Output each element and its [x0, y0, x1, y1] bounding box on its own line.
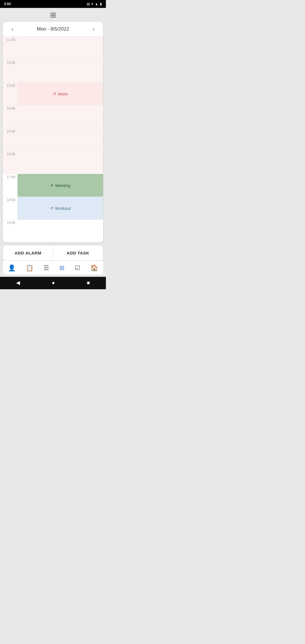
day-title: Mon - 9/5/2022 — [37, 26, 69, 32]
add-task-button[interactable]: ADD TASK — [53, 245, 103, 261]
hour-content-17: ✦ Meeting — [18, 174, 103, 197]
hour-content-14 — [18, 105, 103, 128]
hour-content-11 — [18, 37, 103, 59]
wifi-icon: ▾ — [91, 2, 93, 6]
hour-label-15: 15:00 — [3, 128, 18, 133]
workout-event-icon: ↺ — [50, 206, 53, 210]
meeting-event-icon: ✦ — [50, 183, 54, 188]
hour-label-19: 19:00 — [3, 220, 18, 225]
hour-row-18: 18:00 ↺ Workout — [3, 197, 103, 219]
battery-icon: ▮ — [100, 2, 102, 6]
main-card: ‹ Mon - 9/5/2022 › 11:00 12:00 13:00 ↺ W… — [3, 22, 103, 242]
status-time: 3:53 — [4, 2, 11, 6]
top-bar: ⊞ — [0, 8, 106, 22]
hour-content-19 — [18, 220, 103, 242]
event-work[interactable]: ↺ Work — [18, 82, 103, 105]
profile-icon: 👤 — [8, 264, 16, 272]
hour-row-17: 17:00 ✦ Meeting — [3, 174, 103, 197]
list-icon: ☰ — [43, 264, 49, 272]
android-home-button[interactable]: ● — [52, 280, 55, 286]
next-day-button[interactable]: › — [89, 26, 98, 32]
sim-icon: ▤ — [87, 2, 90, 6]
status-bar: 3:53 ▤ ▾ ▲ ▮ — [0, 0, 106, 8]
bottom-nav: 👤 📋 ☰ ⊞ ☑ 🏠 — [3, 261, 103, 275]
timeline: 11:00 12:00 13:00 ↺ Work 14:00 15:00 — [3, 36, 103, 242]
hour-row-15: 15:00 — [3, 128, 103, 151]
workout-event-label: Workout — [55, 206, 71, 211]
day-header: ‹ Mon - 9/5/2022 › — [3, 22, 103, 36]
prev-day-button[interactable]: ‹ — [8, 26, 17, 32]
event-workout[interactable]: ↺ Workout — [18, 197, 103, 219]
hour-row-14: 14:00 — [3, 105, 103, 128]
hour-label-14: 14:00 — [3, 105, 18, 110]
hour-content-16 — [18, 151, 103, 174]
nav-item-home[interactable]: 🏠 — [88, 264, 100, 272]
home-icon: 🏠 — [90, 264, 98, 272]
nav-item-tasks-list[interactable]: 📋 — [23, 264, 36, 272]
nav-item-list[interactable]: ☰ — [41, 264, 51, 272]
bottom-buttons: ADD ALARM ADD TASK — [3, 245, 103, 261]
nav-item-profile[interactable]: 👤 — [6, 264, 18, 272]
android-back-button[interactable]: ◀ — [16, 280, 20, 286]
hour-label-13: 13:00 — [3, 82, 18, 88]
hour-label-17: 17:00 — [3, 174, 18, 179]
signal-icon: ▲ — [95, 2, 98, 6]
hour-label-12: 12:00 — [3, 60, 18, 65]
calendar-month-icon: ⊞ — [59, 264, 64, 272]
nav-item-calendar-check[interactable]: ☑ — [72, 264, 82, 272]
work-event-icon: ↺ — [53, 92, 56, 96]
hour-content-12 — [18, 60, 103, 82]
calendar-check-icon: ☑ — [75, 264, 80, 272]
add-alarm-button[interactable]: ADD ALARM — [3, 245, 53, 261]
hour-row-12: 12:00 — [3, 59, 103, 82]
hour-content-13: ↺ Work — [18, 82, 103, 105]
hour-label-16: 16:00 — [3, 151, 18, 156]
status-icons: ▤ ▾ ▲ ▮ — [87, 2, 102, 6]
hour-row-13: 13:00 ↺ Work — [3, 82, 103, 105]
hour-label-11: 11:00 — [3, 37, 18, 42]
hour-content-15 — [18, 128, 103, 151]
work-event-label: Work — [58, 92, 68, 96]
meeting-event-label: Meeting — [55, 183, 70, 188]
event-meeting[interactable]: ✦ Meeting — [18, 174, 103, 197]
tasks-list-icon: 📋 — [26, 264, 33, 272]
hour-row-11: 11:00 — [3, 36, 103, 59]
nav-item-calendar-month[interactable]: ⊞ — [57, 264, 67, 272]
hour-row-19: 19:00 — [3, 219, 103, 242]
android-recent-button[interactable]: ■ — [87, 280, 90, 286]
hour-label-18: 18:00 — [3, 197, 18, 202]
calendar-grid-icon[interactable]: ⊞ — [50, 11, 56, 19]
hour-row-16: 16:00 — [3, 151, 103, 174]
hour-content-18: ↺ Workout — [18, 197, 103, 219]
android-nav: ◀ ● ■ — [0, 277, 106, 289]
